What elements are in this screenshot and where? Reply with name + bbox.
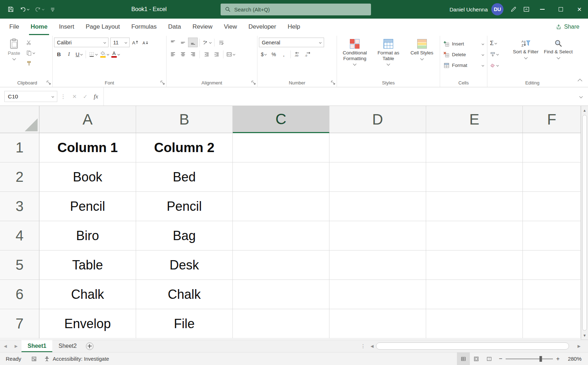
format-painter-button[interactable] bbox=[25, 58, 36, 68]
increase-indent-button[interactable] bbox=[212, 49, 221, 59]
number-dialog-launcher[interactable] bbox=[330, 80, 336, 85]
vertical-scroll-thumb[interactable] bbox=[582, 115, 587, 331]
fill-color-button[interactable] bbox=[99, 49, 110, 59]
cell[interactable]: Table bbox=[39, 250, 136, 280]
scroll-down-icon[interactable]: ▼ bbox=[581, 331, 588, 340]
tab-file[interactable]: File bbox=[4, 19, 25, 35]
customize-toolbar-button[interactable] bbox=[47, 4, 58, 14]
sort-filter-button[interactable]: Sort & Filter bbox=[510, 36, 541, 78]
sheet-nav-left-icon[interactable]: ◀ bbox=[0, 340, 11, 352]
tab-formulas[interactable]: Formulas bbox=[126, 19, 163, 35]
cell[interactable] bbox=[329, 250, 426, 280]
row-header[interactable]: 6 bbox=[0, 280, 39, 309]
autosum-button[interactable]: Σ bbox=[489, 38, 509, 48]
delete-cells-button[interactable]: Delete bbox=[442, 50, 486, 59]
search-box[interactable] bbox=[221, 4, 371, 15]
cell[interactable]: File bbox=[136, 309, 233, 339]
row-header[interactable]: 1 bbox=[0, 133, 39, 162]
column-header-d[interactable]: D bbox=[329, 106, 426, 133]
sheet-nav-right-icon[interactable]: ▶ bbox=[11, 340, 21, 352]
formula-bar-expand-chevron[interactable] bbox=[579, 95, 583, 98]
top-align-button[interactable] bbox=[168, 38, 178, 47]
increase-font-size-button[interactable] bbox=[130, 38, 140, 47]
cell[interactable] bbox=[523, 280, 581, 309]
cell[interactable] bbox=[329, 280, 426, 309]
tab-data[interactable]: Data bbox=[163, 19, 187, 35]
zoom-slider[interactable] bbox=[506, 352, 553, 365]
font-name-select[interactable]: Calibri bbox=[54, 38, 109, 47]
clear-button[interactable] bbox=[489, 60, 509, 70]
horizontal-scroll-thumb[interactable] bbox=[376, 342, 569, 350]
cell[interactable] bbox=[426, 133, 523, 162]
add-sheet-button[interactable] bbox=[83, 340, 96, 352]
cell[interactable] bbox=[426, 309, 523, 339]
cell[interactable] bbox=[426, 221, 523, 250]
fill-button[interactable] bbox=[489, 49, 509, 59]
column-header-e[interactable]: E bbox=[426, 106, 523, 133]
zoom-level[interactable]: 280% bbox=[563, 356, 588, 362]
format-as-table-button[interactable]: Format as Table bbox=[372, 36, 405, 78]
tab-help[interactable]: Help bbox=[282, 19, 306, 35]
column-header-b[interactable]: B bbox=[136, 106, 233, 133]
page-break-view-button[interactable] bbox=[483, 352, 496, 365]
row-header[interactable]: 4 bbox=[0, 221, 39, 250]
bold-button[interactable]: B bbox=[54, 49, 64, 59]
merge-center-button[interactable] bbox=[225, 49, 236, 59]
name-box[interactable]: C10 bbox=[4, 91, 57, 102]
font-size-select[interactable]: 11 bbox=[110, 38, 130, 47]
minimize-button[interactable] bbox=[534, 0, 551, 19]
collapse-ribbon-button[interactable] bbox=[578, 79, 582, 83]
cell[interactable] bbox=[233, 250, 329, 280]
cell[interactable]: Desk bbox=[136, 250, 233, 280]
cell[interactable] bbox=[233, 221, 329, 250]
percent-style-button[interactable]: % bbox=[269, 49, 279, 59]
cell[interactable] bbox=[523, 309, 581, 339]
save-button[interactable] bbox=[5, 4, 16, 15]
user-name[interactable]: Daniel Uchenna bbox=[449, 6, 488, 13]
decrease-indent-button[interactable] bbox=[202, 49, 211, 59]
paste-button[interactable]: Paste bbox=[4, 36, 24, 78]
font-dialog-launcher[interactable] bbox=[160, 80, 165, 85]
accounting-format-button[interactable]: $ bbox=[259, 49, 269, 59]
underline-button[interactable]: U bbox=[74, 49, 84, 59]
cell[interactable] bbox=[426, 280, 523, 309]
cell-styles-button[interactable]: Cell Styles bbox=[405, 36, 438, 78]
page-layout-view-button[interactable] bbox=[470, 352, 483, 365]
cell[interactable]: Book bbox=[39, 162, 136, 192]
cell[interactable] bbox=[426, 250, 523, 280]
tab-insert[interactable]: Insert bbox=[53, 19, 80, 35]
redo-button[interactable] bbox=[32, 4, 47, 15]
cell[interactable]: Pencil bbox=[136, 192, 233, 221]
cell[interactable]: Column 1 bbox=[39, 133, 136, 162]
row-header[interactable]: 7 bbox=[0, 309, 39, 339]
decrease-decimal-button[interactable] bbox=[303, 49, 313, 59]
row-header[interactable]: 3 bbox=[0, 192, 39, 221]
cell[interactable]: Chalk bbox=[136, 280, 233, 309]
maximize-button[interactable] bbox=[552, 0, 569, 19]
scroll-up-icon[interactable]: ▲ bbox=[581, 106, 588, 115]
cell[interactable] bbox=[233, 133, 329, 162]
cell[interactable]: Bed bbox=[136, 162, 233, 192]
zoom-in-button[interactable]: + bbox=[553, 355, 563, 362]
enter-button[interactable]: ✓ bbox=[80, 91, 91, 102]
share-button[interactable]: Share bbox=[556, 19, 579, 35]
search-input[interactable] bbox=[234, 6, 367, 13]
inking-button[interactable] bbox=[508, 4, 519, 15]
tab-page-layout[interactable]: Page Layout bbox=[80, 19, 125, 35]
zoom-slider-thumb[interactable] bbox=[539, 356, 542, 362]
macro-record-button[interactable] bbox=[28, 356, 40, 362]
tab-review[interactable]: Review bbox=[187, 19, 218, 35]
horizontal-scrollbar[interactable]: ◀ ▶ bbox=[368, 340, 583, 352]
cell[interactable] bbox=[523, 192, 581, 221]
cell[interactable]: Chalk bbox=[39, 280, 136, 309]
find-select-button[interactable]: Find & Select bbox=[543, 36, 574, 78]
formula-input[interactable] bbox=[104, 93, 574, 100]
cut-button[interactable] bbox=[25, 38, 36, 47]
tab-home[interactable]: Home bbox=[25, 19, 53, 35]
close-button[interactable]: ✕ bbox=[571, 0, 588, 19]
clipboard-dialog-launcher[interactable] bbox=[46, 80, 51, 85]
cell[interactable] bbox=[523, 133, 581, 162]
avatar[interactable]: DU bbox=[491, 3, 503, 15]
wrap-text-button[interactable] bbox=[216, 38, 226, 47]
tab-developer[interactable]: Developer bbox=[243, 19, 282, 35]
